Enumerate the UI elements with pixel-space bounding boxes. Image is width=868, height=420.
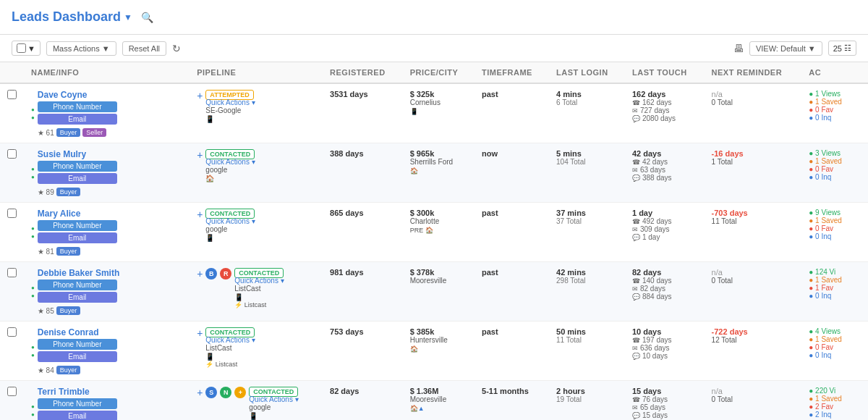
city-value: Charlotte: [410, 217, 467, 225]
checkbox-chevron-icon[interactable]: ▼: [27, 44, 35, 53]
ac-item: ● 0 Inq: [809, 114, 861, 122]
table-body: ● ● Dave Coyne Phone Number Email ★ 61 B…: [0, 83, 868, 420]
quick-actions[interactable]: Quick Actions ▾: [205, 158, 255, 166]
col-registered[interactable]: REGISTERED: [323, 62, 403, 83]
city-home-icon: 🏠: [410, 405, 418, 412]
print-button[interactable]: 🖶: [733, 43, 744, 54]
city-suffix: PRE: [410, 227, 424, 234]
view-button[interactable]: VIEW: Default ▼: [749, 41, 822, 56]
ac-item: ● 124 Vi: [809, 268, 861, 276]
price-value: $ 300k: [410, 209, 467, 217]
lead-name[interactable]: Mary Alice: [38, 209, 117, 219]
quick-actions[interactable]: Quick Actions ▾: [205, 217, 255, 225]
pipeline-add-icon[interactable]: +: [197, 209, 203, 220]
row-checkbox[interactable]: [7, 327, 17, 337]
registered-days: 3531 days: [330, 90, 396, 98]
mass-actions-label: Mass Actions: [53, 44, 100, 53]
count-grid-icon[interactable]: ☷: [844, 43, 851, 53]
price-cell: $ 325k Cornelius 📱: [403, 83, 475, 143]
registered-days: 753 days: [330, 327, 396, 336]
touch-icon-2: 💬: [632, 353, 640, 360]
tablet-icon: 📱: [234, 293, 243, 301]
ac-item: ● 2 Inq: [809, 411, 861, 419]
pipeline-add-icon[interactable]: +: [197, 90, 203, 101]
mass-actions-button[interactable]: Mass Actions ▼: [46, 41, 116, 56]
touch-sub-item: ✉ 309 days: [632, 225, 697, 233]
touch-sub-item: 💬 10 days: [632, 352, 697, 360]
touch-icon-0: ☎: [632, 277, 640, 285]
next-reminder-cell: -703 days 11 Total: [705, 203, 802, 262]
registered-days: 981 days: [330, 268, 396, 277]
email-button[interactable]: Email: [38, 114, 117, 125]
ac-item: ● 1 Saved: [809, 217, 861, 224]
quick-actions[interactable]: Quick Actions ▾: [205, 98, 255, 106]
email-button[interactable]: Email: [38, 411, 117, 420]
row-checkbox[interactable]: [7, 268, 17, 277]
tablet-icon: 📱: [205, 353, 214, 361]
pipeline-add-icon[interactable]: +: [197, 268, 203, 280]
phone-button[interactable]: Phone Number: [38, 339, 117, 350]
touch-sub-item: ✉ 727 days: [632, 106, 697, 114]
col-name[interactable]: NAME/INFO: [24, 62, 190, 83]
phone-button[interactable]: Phone Number: [38, 220, 117, 231]
lead-name[interactable]: Denise Conrad: [38, 327, 117, 337]
pipeline-add-icon[interactable]: +: [197, 327, 203, 339]
refresh-button[interactable]: ↻: [172, 43, 181, 54]
phone-button[interactable]: Phone Number: [38, 280, 117, 290]
touch-icon-1: ✉: [632, 107, 638, 114]
col-last-touch[interactable]: LAST TOUCH: [625, 62, 705, 83]
title-chevron-icon[interactable]: ▼: [124, 12, 132, 22]
email-button[interactable]: Email: [38, 351, 117, 362]
city-value: Cornelius: [410, 98, 467, 106]
col-last-login[interactable]: LAST LOGIN: [549, 62, 625, 83]
last-login-cell: 37 mins 37 Total: [549, 203, 625, 262]
city-home-small-icon: 🏠: [410, 345, 418, 353]
listcast-label: ⚡ Listcast: [234, 301, 284, 308]
phone-button[interactable]: Phone Number: [38, 101, 117, 112]
lead-name[interactable]: Susie Mulry: [38, 149, 117, 159]
phone-button[interactable]: Phone Number: [38, 398, 117, 409]
col-next-reminder[interactable]: NEXT REMINDER: [705, 62, 802, 83]
price-value: $ 1.36M: [410, 387, 467, 395]
quick-actions[interactable]: Quick Actions ▾: [249, 395, 298, 403]
email-button[interactable]: Email: [38, 173, 117, 184]
pipeline-add-icon[interactable]: +: [197, 387, 203, 398]
quick-actions[interactable]: Quick Actions ▾: [234, 277, 284, 285]
timeframe-cell: now: [475, 143, 549, 203]
select-all-checkbox[interactable]: ▼: [12, 41, 41, 56]
col-pipeline[interactable]: PIPELINE: [190, 62, 323, 83]
col-ac[interactable]: AC: [801, 62, 868, 83]
lead-name[interactable]: Terri Trimble: [38, 387, 117, 397]
search-button[interactable]: 🔍: [141, 12, 153, 23]
quick-actions[interactable]: Quick Actions ▾: [205, 336, 255, 344]
login-total: 11 Total: [556, 336, 618, 344]
table-row: ● ● Debbie Baker Smith Phone Number Emai…: [0, 262, 868, 322]
row-checkbox[interactable]: [7, 387, 17, 396]
pipeline-add-icon[interactable]: +: [197, 149, 203, 161]
next-reminder-cell: n/a 0 Total: [705, 381, 802, 421]
row-checkbox[interactable]: [7, 149, 17, 159]
last-login-cell: 50 mins 11 Total: [549, 322, 625, 381]
tag-seller: Seller: [82, 128, 106, 137]
reset-all-button[interactable]: Reset All: [122, 41, 166, 56]
email-button[interactable]: Email: [38, 292, 117, 303]
city-value: Sherrills Ford: [410, 158, 467, 166]
phone-button[interactable]: Phone Number: [38, 161, 117, 172]
status-dot: ●: [31, 106, 35, 113]
home-icon: 🏠: [205, 175, 214, 182]
email-button[interactable]: Email: [38, 232, 117, 243]
touch-sub-item: 💬 884 days: [632, 293, 697, 301]
row-checkbox[interactable]: [7, 90, 17, 99]
badge-red: R: [220, 268, 231, 280]
select-all-input[interactable]: [17, 43, 26, 53]
ac-cell: ● 9 Views● 1 Saved● 0 Fav● 0 Inq: [801, 203, 868, 262]
pipeline-cell: + ATTEMPTED Quick Actions ▾ SE-Google 📱: [190, 83, 323, 143]
row-checkbox-cell: [0, 322, 24, 381]
col-timeframe[interactable]: TIMEFRAME: [475, 62, 549, 83]
lead-name[interactable]: Debbie Baker Smith: [38, 268, 119, 278]
row-checkbox[interactable]: [7, 209, 17, 218]
table-row: ● ● Terri Trimble Phone Number Email ★ 1…: [0, 381, 868, 421]
next-reminder-value: -722 days: [712, 327, 795, 336]
col-price[interactable]: PRICE/CITY: [403, 62, 475, 83]
lead-name[interactable]: Dave Coyne: [38, 90, 117, 100]
